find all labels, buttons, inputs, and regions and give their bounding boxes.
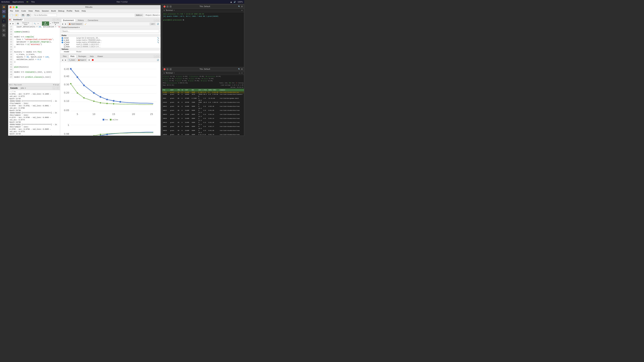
tilix2-tab[interactable]: 1: Terminal <box>164 72 173 74</box>
env-search-icon-x_train[interactable]: 🔍 <box>157 41 159 43</box>
console-expand-btn[interactable]: □ <box>56 87 59 89</box>
export-btn[interactable]: 📤 Export ▾ <box>77 59 87 61</box>
tilix1-content[interactable]: dell-precision Fri Feb 7 13:52:43 2020 4… <box>162 12 244 68</box>
tilix2-close-tab-btn[interactable]: × <box>241 72 243 74</box>
plot-back-btn[interactable]: ◀ <box>61 59 64 61</box>
tilix2-maximize-btn[interactable]: □ <box>239 72 240 74</box>
tilix1-tab-dropdown[interactable]: ▾ <box>174 9 174 11</box>
env-tab-connections[interactable]: Connections <box>86 19 100 22</box>
source-dropdown-btn[interactable]: ⇒ Source ▾ <box>52 22 59 25</box>
env-row-y_test[interactable]: y_test num [1:10000, 1:10] 0 0 0 ... <box>60 43 160 45</box>
plot-tab-help[interactable]: Help <box>88 55 96 58</box>
env-tab-history[interactable]: History <box>76 19 86 22</box>
editor-code-tools-btn[interactable]: ✏ <box>37 23 40 25</box>
editor-expand-btn[interactable]: □ <box>56 18 59 21</box>
menu-tools[interactable]: Tools <box>74 9 80 12</box>
env-row-x_test[interactable]: x_test Large matrix (7840000 elem... 🔍 <box>60 39 160 41</box>
new-file-btn[interactable]: 📄 <box>9 14 14 16</box>
run-btn[interactable]: ▶ Run <box>42 21 49 26</box>
editor-search-btn[interactable]: 🔍 <box>33 23 36 25</box>
env-row-mnist[interactable]: mnist Large list (2 elements, 20... 🔍 <box>60 37 160 39</box>
menu-code[interactable]: Code <box>20 9 27 12</box>
console-collapse-btn[interactable]: — <box>53 87 55 89</box>
tilix1-close-tab-btn[interactable]: × <box>241 9 243 11</box>
plot-fwd-btn[interactable]: ▶ <box>64 59 67 61</box>
sidebar-icon-2[interactable]: M <box>2 10 6 13</box>
menu-debug[interactable]: Debug <box>57 9 65 12</box>
editor-tab-untitled[interactable]: Untitled1* <box>12 18 24 21</box>
sidebar-icon-1[interactable]: 🔥 <box>2 5 6 9</box>
zoom-btn[interactable]: 🔍 Zoom <box>68 59 76 61</box>
console-tab[interactable]: Console <box>9 87 18 89</box>
code-editor[interactable]: 27 layer_dense(units = 10, activation = … <box>8 26 60 83</box>
sidebar-icon-5[interactable]: R <box>2 24 6 27</box>
jobs-tab[interactable]: Jobs × <box>20 87 27 89</box>
addins-btn[interactable]: Addins ▾ <box>135 14 144 16</box>
env-row-x_train[interactable]: x_train Large matrix (47040000 ele... 🔍 <box>60 41 160 43</box>
applications-btn[interactable]: Applications <box>12 1 24 3</box>
menu-build[interactable]: Build <box>50 9 57 12</box>
editor-save-btn[interactable]: 💾 <box>16 23 20 25</box>
sidebar-icon-7[interactable]: 🗑 <box>2 33 6 37</box>
tilix2-search-icon[interactable]: 🔍 <box>238 68 240 70</box>
env-row-y_train[interactable]: y_train num [1:60000, 1:10] 0 1 0 ... <box>60 45 160 48</box>
list-view-btn[interactable]: List ▾ <box>150 23 156 25</box>
menu-view[interactable]: View <box>27 9 34 12</box>
activities-btn[interactable]: Activities <box>1 1 10 3</box>
plot-tab-files[interactable]: Files <box>61 55 68 58</box>
tilix2-max-btn[interactable] <box>170 68 172 70</box>
sidebar-icon-3[interactable]: 🌐 <box>2 14 6 18</box>
open-file-btn[interactable]: 📁 <box>14 14 18 16</box>
env-expand-btn[interactable]: □ <box>157 19 160 22</box>
env-search-input[interactable] <box>62 30 159 33</box>
env-fwd-btn[interactable]: ▶ <box>64 23 67 25</box>
env-search-icon-mnist[interactable]: 🔍 <box>157 37 159 39</box>
tilix2-menu-icon[interactable]: ☰ <box>241 68 243 70</box>
tilix1-close-btn[interactable] <box>164 5 166 7</box>
tilix1-search-icon[interactable]: 🔍 <box>238 5 240 7</box>
tilix2-content[interactable]: 1 [||||| 19.7%] 4 [|||| 14.8%] 7 [||||||… <box>162 75 244 136</box>
tilix1-min-btn[interactable] <box>166 5 168 7</box>
console-output[interactable]: ~ / => 0.0751 - acc: 0.9777 - val_loss: … <box>8 90 60 136</box>
plot-tab-viewer[interactable]: Viewer <box>96 55 105 58</box>
source-btn[interactable]: ⇒ <box>50 23 51 24</box>
plot-collapse-btn[interactable]: — <box>154 55 156 58</box>
env-refresh-btn[interactable]: 🔄 <box>156 23 160 25</box>
editor-collapse-btn[interactable]: — <box>53 18 55 21</box>
env-back-btn[interactable]: ◀ <box>61 23 64 25</box>
global-env-selector[interactable]: Global Environment ▾ <box>60 26 160 29</box>
import-dataset-btn[interactable]: 📥 Import Dataset ▾ <box>68 23 83 25</box>
tilix1-menu-icon[interactable]: ☰ <box>241 5 243 7</box>
tilix-app-icon[interactable]: 📟 <box>26 1 28 3</box>
rstudio-max-btn[interactable] <box>16 6 18 8</box>
editor-back-btn[interactable]: ◀ <box>9 23 12 25</box>
plot-refresh-btn[interactable]: 🔄 <box>156 59 160 61</box>
plot-expand-btn[interactable]: □ <box>157 55 160 58</box>
goto-file-input[interactable] <box>33 14 57 17</box>
menu-plots[interactable]: Plots <box>34 9 40 12</box>
env-search-icon-x_test[interactable]: 🔍 <box>157 39 159 41</box>
rstudio-min-btn[interactable] <box>12 6 14 8</box>
tilix1-max-btn[interactable] <box>170 5 172 7</box>
save-all-btn[interactable]: 💾+ <box>26 14 31 16</box>
plot-delete-btn[interactable]: 🗑 <box>88 59 90 61</box>
env-row-model[interactable]: model Model <box>60 51 160 53</box>
tilix2-min-btn[interactable] <box>166 68 168 70</box>
menu-session[interactable]: Session <box>41 9 50 12</box>
save-btn[interactable]: 💾 <box>21 14 25 16</box>
menu-edit[interactable]: Edit <box>14 9 20 12</box>
clear-env-btn[interactable]: 🧹 <box>84 23 87 25</box>
rstudio-close-btn[interactable] <box>10 6 12 8</box>
env-tab-environment[interactable]: Environment <box>61 19 76 22</box>
tilix1-tab[interactable]: 1: Terminal <box>164 9 173 11</box>
tilix2-close-btn[interactable] <box>164 68 166 70</box>
tilix2-tab-dropdown[interactable]: ▾ <box>174 72 174 74</box>
sidebar-icon-6[interactable]: ⚙ <box>2 28 6 32</box>
plot-tab-packages[interactable]: Packages <box>77 55 88 58</box>
menu-file[interactable]: File <box>9 9 14 12</box>
plot-tab-plots[interactable]: Plots <box>68 55 76 58</box>
env-collapse-btn[interactable]: — <box>154 19 156 22</box>
menu-profile[interactable]: Profile <box>66 9 73 12</box>
sidebar-icon-4[interactable]: R <box>2 19 6 23</box>
source-on-save-btn[interactable]: Source on Save <box>20 22 31 25</box>
